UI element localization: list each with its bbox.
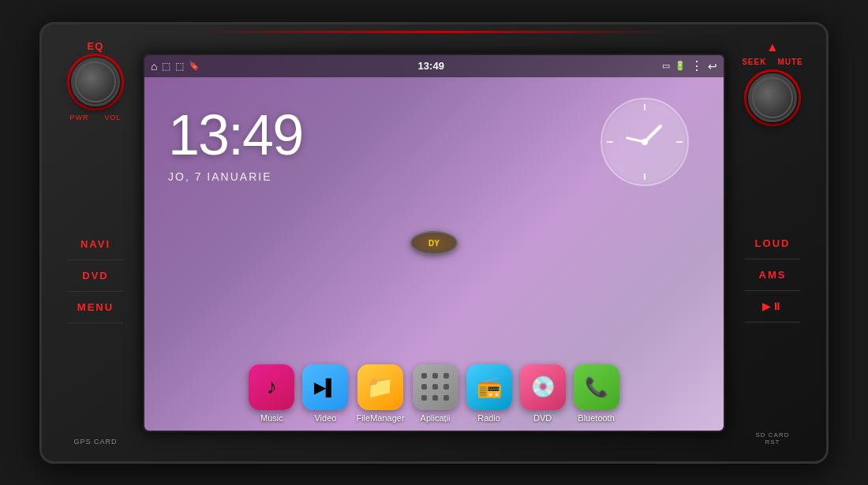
play-pause-button[interactable]: ▶⏸ [741,297,804,315]
music-label: Music [260,413,283,423]
status-icons-right: ▭ 🔋 ⋮ ↩ [662,58,717,73]
sim-icon: ▭ [662,61,670,71]
dvd-button[interactable]: DVD [64,267,127,285]
right-knob[interactable] [748,73,797,122]
top-accent [199,31,669,33]
center-logo: DY [410,227,458,259]
analog-clock [597,95,692,189]
clock-display: 13:49 JO, 7 IANUARIE [168,103,302,183]
radio-label: Radio [477,413,500,423]
top-right-area: ▲ SEEK MUTE [742,40,803,126]
menu-button[interactable]: MENU [64,298,127,316]
logo-oval: DY [410,231,458,255]
divider-3 [68,323,123,323]
sd-card-label: SD CARD RST [755,431,789,446]
status-bar: ⌂ ⬚ ⬚ 🔖 13:49 ▭ 🔋 ⋮ ↩ [144,55,724,77]
mute-label[interactable]: MUTE [777,58,803,66]
gps-card-label: GPS CARD [73,438,117,446]
right-panel: ▲ SEEK MUTE LOUD AMS ▶⏸ SD CARD RST [733,32,812,453]
app-files[interactable]: 📁 FileManager [356,364,404,423]
app-bluetooth[interactable]: 📞 Bluetooth [574,364,619,423]
navi-button[interactable]: NAVI [64,235,127,253]
divider-1 [68,259,123,260]
svg-point-8 [642,139,648,145]
loud-button[interactable]: LOUD [741,234,804,252]
vol-label: VOL [104,114,121,121]
screen-container: ⌂ ⬚ ⬚ 🔖 13:49 ▭ 🔋 ⋮ ↩ 13:49 JO, 7 IANUAR… [143,54,725,432]
tag-icon: 🔖 [189,61,200,71]
left-panel: EQ PWR VOL NAVI DVD MENU GPS CARD [56,32,135,453]
bluetooth-icon: 📞 [574,364,619,410]
eject-button[interactable]: ▲ [766,40,779,54]
svg-text:DY: DY [428,239,440,248]
files-icon: 📁 [357,364,403,410]
eq-label: EQ [88,40,104,52]
right-buttons: LOUD AMS ▶⏸ [741,234,804,323]
aplicatii-label: Aplicații [421,413,451,423]
left-buttons: NAVI DVD MENU [56,235,135,323]
app-video[interactable]: ▶▌ Video [302,364,348,423]
copy-icon-1: ⬚ [162,61,170,72]
video-icon: ▶▌ [302,364,348,410]
radio-icon: 📻 [466,364,512,410]
dvd-label: DVD [533,413,552,423]
bluetooth-label: Bluetooth [578,413,614,423]
status-time: 13:49 [418,60,444,72]
files-label: FileManager [356,413,404,423]
home-icon[interactable]: ⌂ [151,60,157,73]
pwr-label: PWR [69,114,88,121]
ams-button[interactable]: AMS [741,266,804,284]
divider-2 [68,291,123,292]
car-unit: EQ PWR VOL NAVI DVD MENU GPS CARD [39,22,829,464]
app-dvd[interactable]: 💿 DVD [520,364,566,423]
right-divider-3 [745,322,800,323]
app-music[interactable]: ♪ Music [249,364,294,423]
android-screen[interactable]: ⌂ ⬚ ⬚ 🔖 13:49 ▭ 🔋 ⋮ ↩ 13:49 JO, 7 IANUAR… [144,55,724,431]
status-icons-left: ⌂ ⬚ ⬚ 🔖 [151,60,200,73]
app-radio[interactable]: 📻 Radio [466,364,512,423]
app-aplicatii[interactable]: Aplicații [413,364,458,423]
copy-icon-2: ⬚ [175,61,184,72]
apps-icon [413,364,458,410]
right-divider-2 [745,290,800,291]
video-label: Video [314,413,336,423]
seek-mute-area: SEEK MUTE [742,58,803,66]
clock-date: JO, 7 IANUARIE [168,170,302,183]
left-knob-area: EQ PWR VOL [67,40,124,121]
vol-knob-wrapper [67,54,124,110]
back-icon[interactable]: ↩ [708,60,717,73]
right-knob-wrapper [744,69,801,126]
digital-clock: 13:49 [168,103,302,167]
battery-icon: 🔋 [675,61,686,71]
music-icon: ♪ [249,364,294,410]
seek-label[interactable]: SEEK [742,58,766,66]
menu-dots-icon[interactable]: ⋮ [690,58,703,73]
right-divider-1 [745,259,800,259]
vol-knob[interactable] [71,58,120,106]
app-grid: ♪ Music ▶▌ Video 📁 FileManager [144,364,724,423]
dvd-icon: 💿 [520,364,566,410]
